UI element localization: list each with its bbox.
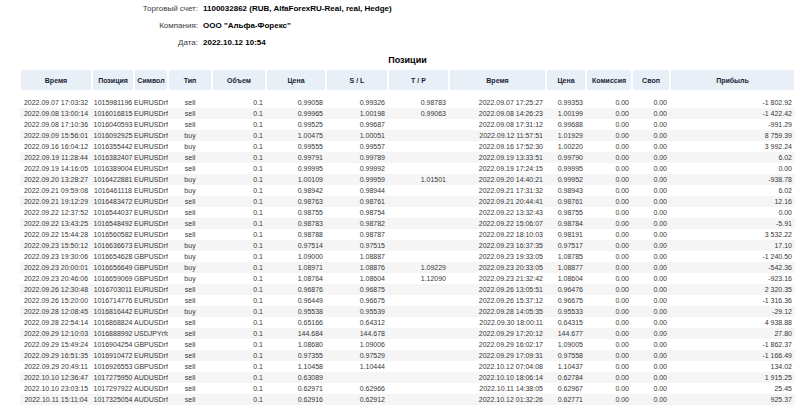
table-cell: -938.78 (670, 174, 795, 185)
table-cell: 0.1 (212, 350, 266, 361)
table-cell (388, 306, 449, 317)
table-cell: 0.99959 (326, 174, 388, 185)
table-cell: 1017275950 (92, 372, 134, 383)
table-cell (388, 328, 449, 339)
table-cell: 2022.10.11 14:38:05 (449, 383, 546, 394)
table-cell: -1 166.49 (670, 350, 795, 361)
table-cell: 0.99995 (266, 163, 326, 174)
table-cell: 0.95538 (266, 306, 326, 317)
table-cell: 0.00 (586, 196, 632, 207)
table-cell: 2022.09.23 16:37:35 (449, 240, 546, 251)
table-cell: 1016382407 (92, 152, 134, 163)
table-cell: 0.98787 (326, 229, 388, 240)
table-cell: EURUSDrfd (134, 240, 168, 251)
table-cell: 0.62771 (546, 394, 586, 405)
table-row: 2022.09.28 22:54:141016868824AUDUSDrfdse… (20, 317, 795, 328)
table-row: 2022.09.19 14:16:051016389004EURUSDrfdse… (20, 163, 795, 174)
header-cell: Цена (267, 70, 325, 90)
table-cell: -991.29 (670, 119, 795, 130)
table-cell: 0.1 (212, 163, 266, 174)
table-cell: 1.10458 (266, 361, 326, 372)
table-cell: 1.00051 (326, 130, 388, 141)
table-cell: sell (168, 295, 212, 306)
table-cell: 2022.09.22 13:43:25 (20, 218, 92, 229)
table-cell: 2 320.35 (670, 284, 795, 295)
table-cell: 2022.09.19 14:16:05 (20, 163, 92, 174)
table-cell: 2022.10.10 18:06:14 (449, 372, 546, 383)
table-cell: 2022.09.28 14:05:35 (449, 306, 546, 317)
account-value: 1100032862 (RUB, AlfaForexRU-Real, real,… (203, 4, 392, 13)
table-cell: 0.00 (632, 218, 670, 229)
table-cell: GBPUSDrfd (134, 251, 168, 262)
table-cell: 1016926553 (92, 361, 134, 372)
table-cell: EURUSDrfd (134, 163, 168, 174)
table-cell (388, 119, 449, 130)
table-cell: 3 532.22 (670, 229, 795, 240)
table-cell: 1.09229 (388, 262, 449, 273)
table-cell: 1016904254 (92, 339, 134, 350)
table-cell: 0.98754 (326, 207, 388, 218)
table-row: 2022.09.29 15:49:241016904254GBPUSDrfdse… (20, 339, 795, 350)
header-cell: Объем (213, 70, 265, 90)
table-cell: 0.1 (212, 185, 266, 196)
table-cell (388, 141, 449, 152)
table-cell: 0.99326 (326, 97, 388, 108)
table-cell: GBPUSDrfd (134, 361, 168, 372)
table-cell: EURUSDrfd (134, 130, 168, 141)
table-cell: 0.1 (212, 229, 266, 240)
table-cell: 0.00 (586, 174, 632, 185)
table-row: 2022.09.20 13:28:271016422881EURUSDrfdbu… (20, 174, 795, 185)
table-cell: 2022.09.20 14:40:21 (449, 174, 546, 185)
table-row: 2022.09.23 20:00:011016656649GBPUSDrfdbu… (20, 262, 795, 273)
table-cell: 2022.09.16 17:52:30 (449, 141, 546, 152)
table-cell: 0.00 (632, 306, 670, 317)
table-cell: 2022.09.21 20:44:41 (449, 196, 546, 207)
table-cell: 2022.09.19 13:33:51 (449, 152, 546, 163)
table-cell: 2022.10.12 01:32:26 (449, 394, 546, 405)
table-cell: 0.00 (632, 240, 670, 251)
table-cell: 1 915.25 (670, 372, 795, 383)
table-cell (388, 361, 449, 372)
table-cell: 0.1 (212, 240, 266, 251)
table-cell: 0.62784 (546, 372, 586, 383)
table-cell: 0.97517 (546, 240, 586, 251)
table-cell: 0.1 (212, 328, 266, 339)
table-cell: 2022.09.20 13:28:27 (20, 174, 92, 185)
table-cell: 0.63089 (266, 372, 326, 383)
table-cell: 0.97355 (266, 350, 326, 361)
table-cell: 0.00 (586, 262, 632, 273)
table-cell: 0.00 (632, 284, 670, 295)
table-cell: 0.1 (212, 119, 266, 130)
table-row: 2022.09.21 19:12:291016483472EURUSDrfdse… (20, 196, 795, 207)
table-cell: 0.00 (586, 372, 632, 383)
table-cell: 1016636673 (92, 240, 134, 251)
table-cell: 1017297922 (92, 383, 134, 394)
table-cell: 2022.09.23 20:00:01 (20, 262, 92, 273)
table-row: 2022.10.10 23:03:151017297922AUDUSDrfdse… (20, 383, 795, 394)
table-cell: 2022.09.29 20:49:11 (20, 361, 92, 372)
table-cell: AUDUSDrfd (134, 372, 168, 383)
table-cell: 1016092925 (92, 130, 134, 141)
table-cell: EURUSDrfd (134, 174, 168, 185)
table-cell: sell (168, 383, 212, 394)
table-cell: 2022.09.12 11:57:51 (449, 130, 546, 141)
table-row: 2022.10.11 15:11:041017325054AUDUSDrfdse… (20, 394, 795, 405)
table-row: 2022.09.22 12:37:521016544037EURUSDrfdse… (20, 207, 795, 218)
table-cell: sell (168, 119, 212, 130)
table-cell: 8 759.39 (670, 130, 795, 141)
table-cell: 0.99995 (546, 163, 586, 174)
header-cell: Цена (547, 70, 585, 90)
table-cell: EURUSDrfd (134, 152, 168, 163)
table-cell: 2022.09.29 17:09:31 (449, 350, 546, 361)
table-cell: 0.00 (632, 185, 670, 196)
table-cell: 0.00 (632, 372, 670, 383)
table-cell: 2022.09.23 15:50:12 (20, 240, 92, 251)
table-cell: 0.62912 (326, 394, 388, 405)
account-label: Торговый счет: (0, 4, 198, 13)
table-cell: 0.00 (586, 130, 632, 141)
table-cell: 1016714776 (92, 295, 134, 306)
table-cell: 1.09006 (326, 339, 388, 350)
table-cell: 0.62971 (266, 383, 326, 394)
table-cell: 0.96675 (326, 295, 388, 306)
table-cell: 0.00 (632, 361, 670, 372)
